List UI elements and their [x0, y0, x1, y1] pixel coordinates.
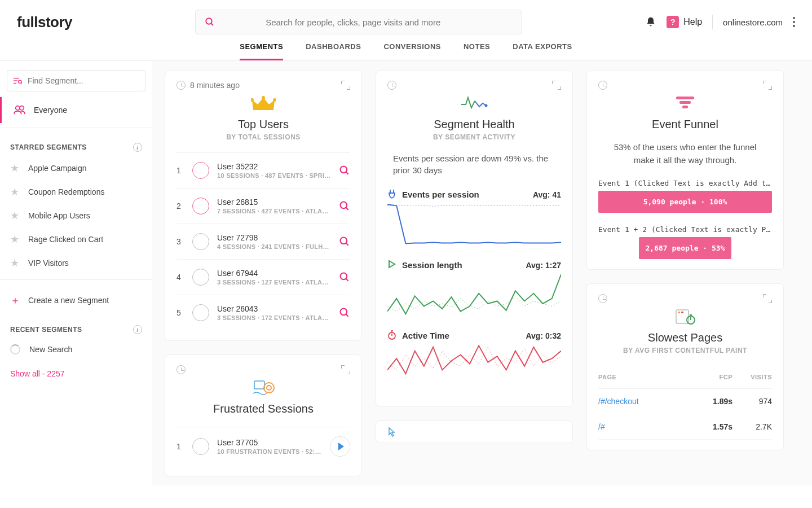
search-input[interactable] [266, 17, 513, 27]
svg-point-7 [16, 106, 20, 110]
card-top-users: 8 minutes ago Top Users BY TOTAL SESSION… [165, 70, 362, 341]
kebab-menu-icon[interactable] [793, 17, 795, 27]
svg-line-17 [346, 243, 348, 246]
svg-line-19 [346, 279, 348, 281]
card-title: Frustrated Sessions [176, 402, 350, 415]
user-name: User 26043 [217, 304, 331, 313]
help-link[interactable]: Help [683, 17, 702, 27]
user-name: User 35232 [217, 162, 331, 171]
slow-page-row[interactable]: /#/checkout1.89s974 [598, 389, 772, 414]
star-icon[interactable]: ★ [10, 233, 19, 246]
sidebar-item-everyone[interactable]: Everyone [0, 97, 145, 123]
tab-notes[interactable]: NOTES [464, 36, 490, 60]
crown-icon [251, 95, 276, 113]
sidebar-segment-item[interactable]: ★Rage Clicked on Cart [7, 227, 145, 251]
user-meta: 3 SESSIONS · 172 EVENTS · ATLANTA [217, 314, 331, 321]
search-icon[interactable] [339, 165, 350, 176]
user-row[interactable]: 3User 727984 SESSIONS · 241 EVENTS · FUL… [176, 224, 350, 259]
card-title: Event Funnel [598, 118, 772, 131]
recent-segments-header: RECENT SEGMENTS [10, 326, 82, 334]
search-icon[interactable] [339, 200, 350, 212]
face-icon [192, 269, 209, 286]
find-segment-input[interactable] [28, 76, 139, 85]
sidebar-segment-item[interactable]: ★Apple Campaign [7, 156, 145, 180]
account-domain[interactable]: onlinestore.com [723, 17, 783, 27]
global-search[interactable] [195, 10, 522, 34]
sidebar-recent-item[interactable]: New Search [7, 339, 145, 360]
show-all-link[interactable]: Show all - 2257 [7, 360, 145, 387]
card-title: Segment Health [387, 118, 561, 131]
star-icon[interactable]: ★ [10, 257, 19, 269]
expand-icon[interactable] [341, 81, 350, 90]
nav-tabs: SEGMENTS DASHBOARDS CONVERSIONS NOTES DA… [0, 36, 812, 61]
sidebar-segment-item[interactable]: ★Mobile App Users [7, 204, 145, 227]
segment-label: VIP Visitors [28, 259, 69, 268]
info-icon[interactable]: i [133, 143, 142, 152]
find-segment-search[interactable] [7, 70, 145, 91]
metric-avg: Avg: 41 [533, 190, 561, 199]
expand-icon[interactable] [763, 294, 772, 303]
play-button[interactable] [330, 436, 350, 457]
dashboard-content: 8 minutes ago Top Users BY TOTAL SESSION… [152, 61, 812, 485]
star-icon[interactable]: ★ [10, 209, 19, 222]
user-meta: 4 SESSIONS · 241 EVENTS · FULHAM [217, 243, 331, 250]
metric-icon [387, 330, 396, 341]
search-icon[interactable] [339, 271, 350, 283]
user-name: User 67944 [217, 269, 331, 278]
card-subtitle: BY SEGMENT ACTIVITY [387, 133, 561, 141]
tab-conversions[interactable]: CONVERSIONS [383, 36, 441, 60]
frustrated-icon [251, 380, 276, 397]
svg-point-14 [341, 202, 347, 209]
card-title: Slowest Pages [598, 331, 772, 344]
expand-icon[interactable] [552, 81, 561, 90]
expand-icon[interactable] [341, 365, 350, 374]
col-page: PAGE [598, 374, 693, 380]
segment-label: Coupon Redemptions [28, 187, 104, 196]
svg-point-8 [20, 106, 24, 110]
slow-page-row[interactable]: /#1.57s2.7K [598, 414, 772, 440]
tab-data-exports[interactable]: DATA EXPORTS [513, 36, 572, 60]
user-row[interactable]: 2User 268157 SESSIONS · 427 EVENTS · ATL… [176, 188, 350, 224]
user-row[interactable]: 1User 3770510 FRUSTRATION EVENTS · 52:11 [176, 427, 350, 466]
star-icon[interactable]: ★ [10, 186, 19, 198]
tab-dashboards[interactable]: DASHBOARDS [306, 36, 361, 60]
svg-line-13 [346, 172, 348, 174]
page-link[interactable]: /#/checkout [598, 397, 639, 406]
page-link[interactable]: /# [598, 422, 605, 431]
svg-line-15 [346, 208, 348, 210]
expand-icon[interactable] [763, 81, 772, 90]
metric-name: Session length [402, 260, 462, 270]
clock-icon [598, 81, 607, 90]
rank: 1 [176, 442, 184, 451]
svg-point-20 [341, 309, 347, 316]
search-icon[interactable] [339, 236, 350, 247]
rank: 5 [176, 308, 184, 317]
search-icon[interactable] [339, 307, 350, 318]
clock-icon [176, 365, 186, 374]
svg-line-6 [21, 83, 22, 84]
svg-point-5 [19, 80, 21, 83]
info-icon[interactable]: i [133, 325, 142, 334]
people-icon [14, 105, 26, 115]
svg-line-1 [211, 23, 213, 25]
sidebar-segment-item[interactable]: ★VIP Visitors [7, 251, 145, 275]
sidebar-segment-item[interactable]: ★Coupon Redemptions [7, 180, 145, 204]
create-segment-button[interactable]: ＋ Create a new Segment [7, 286, 145, 315]
help-icon[interactable]: ? [667, 16, 679, 28]
bell-icon[interactable] [645, 16, 656, 28]
funnel-step-bar[interactable]: 2,687 people · 53% [639, 237, 731, 259]
logo[interactable]: fullstory [17, 14, 72, 31]
tab-segments[interactable]: SEGMENTS [240, 36, 283, 60]
funnel-step-bar[interactable]: 5,090 people · 100% [598, 191, 772, 213]
visits-value: 974 [732, 397, 772, 406]
star-icon[interactable]: ★ [10, 162, 19, 174]
svg-line-21 [346, 314, 348, 317]
user-row[interactable]: 5User 260433 SESSIONS · 172 EVENTS · ATL… [176, 295, 350, 330]
face-icon [192, 304, 209, 321]
col-fcp: FCP [693, 374, 732, 380]
card-frustrated-sessions: Frustrated Sessions 1User 3770510 FRUSTR… [165, 354, 362, 476]
rank: 4 [176, 273, 184, 282]
user-row[interactable]: 1User 3523210 SESSIONS · 487 EVENTS · SP… [176, 152, 350, 188]
svg-point-12 [341, 167, 347, 173]
user-row[interactable]: 4User 679443 SESSIONS · 127 EVENTS · ATL… [176, 259, 350, 295]
